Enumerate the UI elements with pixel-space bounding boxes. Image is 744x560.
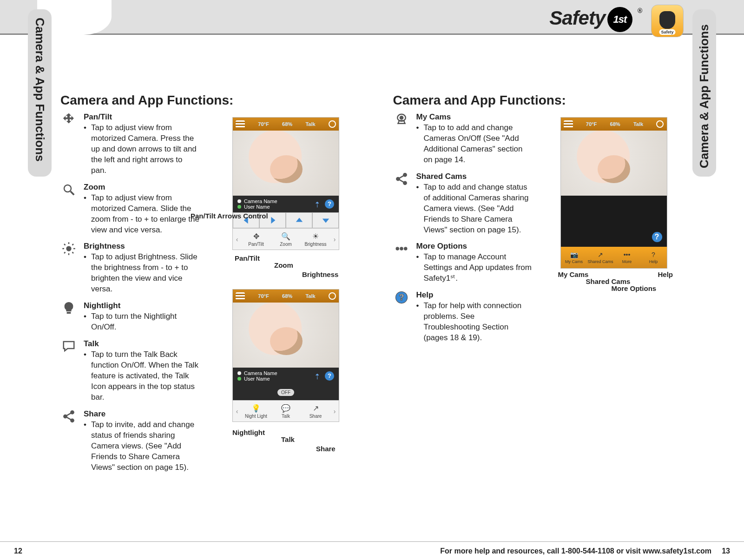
phone-tab-bar-1: ‹ ✥Pan/Tilt 🔍Zoom ☀Brightness › [233, 228, 339, 250]
brand-registered: ® [638, 7, 642, 14]
tab-talk: 💬Talk [271, 401, 301, 422]
callout-zoom: Zoom [274, 261, 293, 269]
feature-desc: Tap to adjust view from motorized Camera… [84, 193, 200, 236]
left-phone-area: 70°F 68% Talk Camera Name User Name ⇡ ? [209, 112, 351, 479]
share-icon [60, 409, 77, 426]
svg-line-21 [399, 176, 403, 178]
toggle-bar: OFF [233, 384, 339, 400]
svg-point-23 [396, 247, 399, 250]
feature-desc: Tap to to add and change Cameras On/Off … [416, 123, 533, 165]
svg-line-7 [64, 244, 66, 245]
svg-text:?: ? [399, 293, 404, 303]
svg-line-14 [67, 413, 71, 415]
feature-desc: Tap to manage Account Settings and App u… [416, 252, 533, 284]
tab-share: ↗Share [301, 401, 330, 422]
feature-title: Help [416, 290, 533, 300]
svg-line-15 [67, 417, 71, 420]
menu-icon [236, 120, 245, 128]
left-column: Camera and App Functions: Pan/Tilt Tap t… [60, 93, 351, 534]
brightness-icon [60, 242, 77, 258]
user-name: User Name [244, 204, 270, 210]
brand-badge: 1st [607, 7, 632, 32]
feature-desc: Tap to turn the Talk Back function On/Of… [84, 349, 200, 403]
camera-icon [659, 11, 675, 29]
nav-next: › [330, 229, 339, 250]
video-feed [233, 303, 339, 368]
feature-title: Nightlight [84, 301, 200, 310]
help-feature-icon: ? [393, 290, 410, 307]
callout-pantilt-arrows: Pan/Tilt Arrows Control [191, 212, 230, 220]
callout-talk: Talk [281, 435, 295, 443]
callout-mycams: My Cams [558, 270, 589, 278]
feature-desc: Tap to adjust Brightness. Slide the brig… [84, 252, 200, 295]
feature-desc: Tap to invite, add and change status of … [84, 420, 200, 473]
svg-point-11 [64, 415, 67, 418]
feature-title: Pan/Tilt [84, 112, 200, 122]
talk-status: Talk [633, 121, 643, 127]
left-feature-list: Pan/Tilt Tap to adjust view from motoriz… [60, 112, 200, 479]
feature-title: Brightness [84, 242, 200, 251]
nav-prev: ‹ [233, 229, 241, 250]
arrow-up [286, 212, 312, 228]
svg-line-8 [72, 252, 74, 254]
talk-status: Talk [305, 121, 315, 127]
svg-point-13 [71, 419, 74, 422]
nightlight-icon [60, 301, 77, 318]
page-footer: 12 For more help and resources, call 1-8… [0, 541, 744, 560]
phone-top-bar: 70°F 68% Talk [561, 118, 667, 131]
menu-icon [236, 292, 245, 300]
feature-title: Shared Cams [416, 172, 533, 181]
svg-point-2 [66, 246, 71, 251]
brand-logo: Safety 1st ® [549, 7, 642, 32]
gear-icon [329, 292, 336, 300]
right-phone-area: 70°F 68% Talk ? 📷My Cams ↗Shared Cams [542, 112, 684, 350]
feature-title: More Options [416, 242, 533, 251]
brand-name: Safety [549, 7, 605, 29]
feature-zoom: Zoom Tap to adjust view from motorized C… [60, 183, 200, 236]
talk-icon [60, 339, 77, 356]
feature-mycams: My Cams Tap to to add and change Cameras… [393, 112, 533, 165]
dark-panel: ? [561, 196, 667, 247]
page-number-left: 12 [14, 547, 22, 555]
footer-help-text: For more help and resources, call 1-800-… [440, 547, 711, 555]
right-column: Camera and App Functions: My Cams Tap to… [393, 93, 684, 534]
callout-nightlight: Nightlight [232, 428, 265, 436]
camera-name: Camera Name [244, 370, 277, 376]
svg-line-9 [64, 252, 66, 254]
feature-desc: Tap to turn the Nightlight On/Off. [84, 311, 200, 333]
svg-point-18 [396, 177, 400, 181]
feature-desc: Tap to adjust view from motorized Camera… [84, 123, 200, 176]
help-icon: ? [325, 371, 334, 381]
svg-point-12 [71, 410, 74, 414]
svg-line-1 [71, 191, 74, 195]
phone-tab-bar-2: ‹ 💡Night Light 💬Talk ↗Share › [233, 400, 339, 422]
right-feature-list: My Cams Tap to to add and change Cameras… [393, 112, 533, 350]
svg-point-17 [400, 116, 403, 120]
help-icon: ? [652, 232, 662, 242]
tab-mycams: 📷My Cams [561, 247, 587, 268]
temp-value: 70°F [258, 121, 269, 127]
app-icon: Safety [651, 5, 684, 37]
callout-help: Help [658, 270, 673, 278]
callout-brightness: Brightness [302, 270, 338, 278]
humid-value: 68% [610, 121, 620, 127]
video-feed [233, 131, 339, 196]
tab-pantilt: ✥Pan/Tilt [241, 229, 271, 250]
feature-talk: Talk Tap to turn the Talk Back function … [60, 339, 200, 403]
feature-title: Zoom [84, 183, 200, 192]
video-feed [561, 131, 667, 196]
svg-line-22 [399, 180, 403, 182]
shared-cams-icon [393, 172, 410, 189]
help-icon: ? [325, 199, 334, 209]
feature-brightness: Brightness Tap to adjust Brightness. Sli… [60, 242, 200, 295]
my-cams-icon [393, 112, 410, 129]
feature-share: Share Tap to invite, add and change stat… [60, 409, 200, 473]
tab-nightlight: 💡Night Light [241, 401, 271, 422]
callout-pantilt: Pan/Tilt [235, 254, 260, 262]
tab-brightness: ☀Brightness [301, 229, 330, 250]
svg-point-20 [403, 181, 407, 185]
callout-moreoptions: More Options [612, 284, 657, 292]
camera-info-bar: Camera Name User Name ⇡ ? [233, 196, 339, 212]
side-tab-left: Camera & App Functions [28, 9, 52, 177]
temp-value: 70°F [586, 121, 597, 127]
